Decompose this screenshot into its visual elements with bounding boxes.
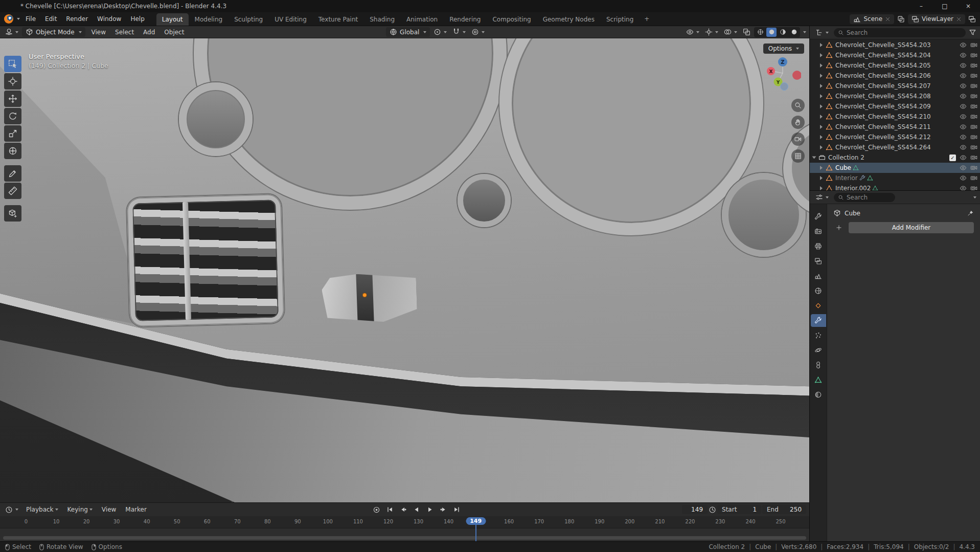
viewport-menu-add[interactable]: Add bbox=[139, 27, 159, 37]
axis-neg-z-ball[interactable] bbox=[781, 83, 788, 91]
add-workspace-button[interactable]: + bbox=[640, 13, 653, 25]
shading-rendered-button[interactable] bbox=[789, 28, 799, 37]
xray-toggle[interactable] bbox=[741, 27, 753, 37]
current-frame-field[interactable]: 149 bbox=[682, 505, 708, 514]
outliner-row-chevrolet-chevelle-ss454-209[interactable]: Chevrolet_Chevelle_SS454.209 bbox=[810, 101, 980, 112]
properties-options-icon[interactable] bbox=[973, 196, 976, 198]
disable-in-renders-icon[interactable] bbox=[970, 164, 977, 171]
outliner-row-collection-2[interactable]: Collection 2✓ bbox=[810, 152, 980, 163]
disable-in-renders-icon[interactable] bbox=[970, 103, 977, 110]
cube-object[interactable] bbox=[321, 272, 417, 324]
outliner-row-interior[interactable]: Interior bbox=[810, 173, 980, 183]
transform-orientation-dropdown[interactable]: Global bbox=[386, 27, 430, 37]
frame-end-field[interactable]: End 250 bbox=[762, 505, 806, 514]
disable-in-renders-icon[interactable] bbox=[970, 52, 977, 59]
new-viewlayer-icon[interactable] bbox=[968, 15, 976, 23]
hide-in-viewport-icon[interactable] bbox=[960, 134, 967, 141]
workspace-tab-layout[interactable]: Layout bbox=[156, 13, 189, 26]
outliner-row-chevrolet-chevelle-ss454-210[interactable]: Chevrolet_Chevelle_SS454.210 bbox=[810, 112, 980, 122]
add-modifier-button[interactable]: Add Modifier bbox=[849, 222, 974, 233]
tool-transform[interactable] bbox=[4, 143, 21, 159]
visibility-toggle[interactable] bbox=[684, 27, 701, 37]
auto-keying-button[interactable] bbox=[371, 504, 383, 515]
outliner-row-chevrolet-chevelle-ss454-208[interactable]: Chevrolet_Chevelle_SS454.208 bbox=[810, 91, 980, 101]
outliner-row-chevrolet-chevelle-ss454-206[interactable]: Chevrolet_Chevelle_SS454.206 bbox=[810, 71, 980, 81]
gizmos-toggle[interactable] bbox=[703, 27, 720, 37]
play-button[interactable] bbox=[424, 504, 436, 515]
frame-start-field[interactable]: Start 1 bbox=[717, 505, 761, 514]
tool-scale[interactable] bbox=[4, 125, 21, 142]
hide-in-viewport-icon[interactable] bbox=[960, 185, 967, 190]
scene-selector[interactable]: Scene bbox=[850, 14, 894, 24]
disable-in-renders-icon[interactable] bbox=[970, 144, 977, 151]
properties-tab-modifiers[interactable] bbox=[811, 314, 826, 327]
timeline-track[interactable] bbox=[0, 528, 809, 541]
properties-tab-object[interactable] bbox=[811, 299, 826, 312]
3d-viewport[interactable]: User Perspective (149) Collection 2 | Cu… bbox=[0, 38, 809, 502]
expand-arrow-icon[interactable] bbox=[820, 125, 823, 129]
unlink-scene-icon[interactable] bbox=[885, 16, 891, 22]
disable-in-renders-icon[interactable] bbox=[970, 113, 977, 120]
properties-tab-particles[interactable] bbox=[811, 329, 826, 342]
tool-measure[interactable] bbox=[4, 183, 21, 199]
exclude-checkbox[interactable]: ✓ bbox=[949, 154, 956, 161]
expand-arrow-icon[interactable] bbox=[820, 104, 823, 108]
play-reverse-button[interactable] bbox=[411, 504, 423, 515]
workspace-tab-scripting[interactable]: Scripting bbox=[601, 13, 639, 26]
menu-help[interactable]: Help bbox=[126, 14, 149, 24]
snap-toggle[interactable] bbox=[450, 27, 468, 37]
hide-in-viewport-icon[interactable] bbox=[960, 82, 967, 90]
properties-tab-scene[interactable] bbox=[811, 270, 826, 282]
disable-in-renders-icon[interactable] bbox=[970, 82, 977, 90]
shading-material-button[interactable] bbox=[778, 28, 788, 37]
workspace-tab-geometry-nodes[interactable]: Geometry Nodes bbox=[537, 13, 600, 26]
close-button[interactable]: × bbox=[956, 0, 980, 12]
disable-in-renders-icon[interactable] bbox=[970, 72, 977, 79]
filter-icon[interactable] bbox=[969, 29, 976, 36]
timeline-scrollbar[interactable] bbox=[3, 536, 806, 540]
expand-arrow-icon[interactable] bbox=[820, 74, 823, 78]
hide-in-viewport-icon[interactable] bbox=[960, 164, 967, 171]
camera-nav-button[interactable] bbox=[791, 133, 805, 146]
pin-id-button[interactable] bbox=[967, 210, 974, 216]
expand-arrow-icon[interactable] bbox=[820, 186, 823, 190]
expand-arrow-icon[interactable] bbox=[820, 166, 823, 170]
expand-arrow-icon[interactable] bbox=[820, 135, 823, 139]
maximize-button[interactable]: □ bbox=[933, 0, 956, 12]
jump-last-button[interactable] bbox=[450, 504, 463, 515]
properties-tab-view-layer[interactable] bbox=[811, 255, 826, 268]
outliner-row-interior-002[interactable]: Interior.002 bbox=[810, 183, 980, 190]
workspace-tab-shading[interactable]: Shading bbox=[364, 13, 400, 26]
zoom-nav-button[interactable] bbox=[791, 99, 805, 112]
menu-file[interactable]: File bbox=[21, 14, 40, 24]
shading-solid-button[interactable] bbox=[766, 28, 777, 37]
viewlayer-selector[interactable]: ViewLayer bbox=[908, 14, 965, 24]
expand-arrow-icon[interactable] bbox=[820, 94, 823, 98]
expand-arrow-icon[interactable] bbox=[820, 43, 823, 47]
expand-arrow-icon[interactable] bbox=[812, 157, 816, 159]
expand-arrow-icon[interactable] bbox=[820, 145, 823, 149]
menu-window[interactable]: Window bbox=[93, 14, 126, 24]
workspace-tab-animation[interactable]: Animation bbox=[401, 13, 443, 26]
timeline-body[interactable]: 0102030405060708090100110120130140150160… bbox=[0, 516, 809, 541]
disable-in-renders-icon[interactable] bbox=[970, 154, 977, 161]
hide-in-viewport-icon[interactable] bbox=[960, 154, 967, 161]
expand-arrow-icon[interactable] bbox=[820, 115, 823, 119]
hide-in-viewport-icon[interactable] bbox=[960, 52, 967, 59]
remove-viewlayer-icon[interactable] bbox=[956, 16, 962, 22]
tool-move[interactable] bbox=[4, 91, 21, 107]
prev-keyframe-button[interactable] bbox=[397, 504, 409, 515]
properties-tab-tool[interactable] bbox=[811, 210, 826, 223]
outliner-row-chevrolet-chevelle-ss454-205[interactable]: Chevrolet_Chevelle_SS454.205 bbox=[810, 60, 980, 71]
options-button[interactable]: Options bbox=[763, 43, 804, 54]
outliner-search[interactable] bbox=[834, 28, 966, 37]
timeline-menu-keying[interactable]: Keying bbox=[63, 504, 97, 515]
minimize-button[interactable]: – bbox=[909, 0, 933, 12]
tool-annotate[interactable] bbox=[4, 165, 21, 182]
overlays-toggle[interactable] bbox=[722, 27, 739, 37]
workspace-tab-compositing[interactable]: Compositing bbox=[487, 13, 536, 26]
workspace-tab-modeling[interactable]: Modeling bbox=[189, 13, 229, 26]
properties-tab-constraints[interactable] bbox=[811, 359, 826, 371]
expand-arrow-icon[interactable] bbox=[820, 53, 823, 57]
viewport-menu-select[interactable]: Select bbox=[110, 27, 139, 37]
